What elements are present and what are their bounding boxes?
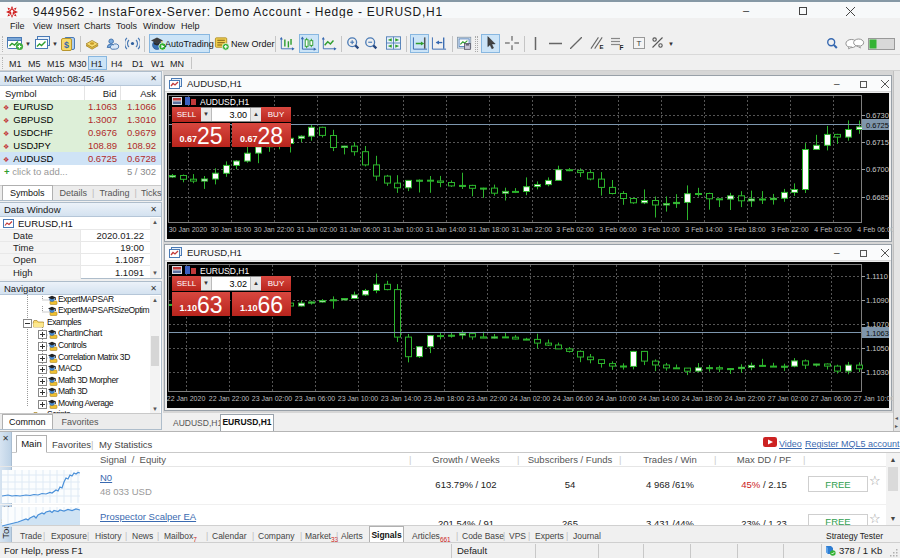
svg-text:3 Feb 14:00: 3 Feb 14:00	[685, 226, 722, 233]
svg-text:$: $	[64, 40, 69, 50]
svg-text:3 Feb 22:00: 3 Feb 22:00	[771, 226, 808, 233]
svg-text:E: E	[599, 43, 603, 50]
svg-text:24 Jan 10:00: 24 Jan 10:00	[596, 395, 637, 402]
svg-text:23 Jan 06:00: 23 Jan 06:00	[295, 395, 336, 402]
svg-text:23 Jan 18:00: 23 Jan 18:00	[424, 395, 465, 402]
svg-text:31 Jan 10:00: 31 Jan 10:00	[383, 226, 424, 233]
svg-text:0.6730: 0.6730	[866, 111, 889, 120]
svg-text:31 Jan 02:00: 31 Jan 02:00	[297, 226, 338, 233]
svg-text:1.1063: 1.1063	[866, 329, 889, 338]
svg-text:27 Jan 02:00: 27 Jan 02:00	[768, 395, 809, 402]
svg-text:31 Jan 14:00: 31 Jan 14:00	[426, 226, 467, 233]
svg-text:24 Jan 02:00: 24 Jan 02:00	[510, 395, 551, 402]
svg-text:F: F	[620, 44, 624, 51]
svg-text:0.6700: 0.6700	[866, 165, 889, 174]
svg-text:4 Feb 02:00: 4 Feb 02:00	[814, 226, 851, 233]
svg-text:22 Jan 2020: 22 Jan 2020	[167, 395, 206, 402]
svg-text:4 Feb 06:00: 4 Feb 06:00	[857, 226, 894, 233]
svg-text:24 Jan 18:00: 24 Jan 18:00	[682, 395, 723, 402]
svg-text:1.1090: 1.1090	[866, 296, 889, 305]
svg-text:30 Jan 18:00: 30 Jan 18:00	[211, 226, 252, 233]
svg-text:1.1110: 1.1110	[866, 272, 888, 281]
svg-text:24 Jan 14:00: 24 Jan 14:00	[639, 395, 680, 402]
svg-text:1.1050: 1.1050	[866, 344, 889, 353]
svg-text:31 Jan 22:00: 31 Jan 22:00	[512, 226, 553, 233]
svg-text:0.6715: 0.6715	[866, 138, 889, 147]
svg-text:0.6725: 0.6725	[866, 121, 889, 130]
svg-text:24 Jan 06:00: 24 Jan 06:00	[553, 395, 594, 402]
svg-text:23 Jan 14:00: 23 Jan 14:00	[381, 395, 422, 402]
svg-text:3 Feb 10:00: 3 Feb 10:00	[642, 226, 679, 233]
svg-text:30 Jan 22:00: 30 Jan 22:00	[254, 226, 295, 233]
svg-text:24 Jan 22:00: 24 Jan 22:00	[725, 395, 766, 402]
svg-text:23 Jan 10:00: 23 Jan 10:00	[338, 395, 379, 402]
svg-text:22 Jan 22:00: 22 Jan 22:00	[209, 395, 250, 402]
svg-text:27 Jan 10:00: 27 Jan 10:00	[854, 395, 895, 402]
svg-text:27 Jan 06:00: 27 Jan 06:00	[811, 395, 852, 402]
svg-text:3 Feb 06:00: 3 Feb 06:00	[599, 226, 636, 233]
svg-text:1.1030: 1.1030	[866, 368, 889, 377]
svg-text:31 Jan 18:00: 31 Jan 18:00	[469, 226, 510, 233]
svg-text:31 Jan 06:00: 31 Jan 06:00	[340, 226, 381, 233]
svg-text:3 Feb 18:00: 3 Feb 18:00	[728, 226, 765, 233]
svg-text:0.6685: 0.6685	[866, 193, 889, 202]
svg-text:T: T	[637, 39, 642, 48]
svg-text:23 Jan 02:00: 23 Jan 02:00	[252, 395, 293, 402]
svg-text:3 Feb 02:00: 3 Feb 02:00	[556, 226, 593, 233]
svg-text:30 Jan 2020: 30 Jan 2020	[169, 226, 208, 233]
svg-text:23 Jan 22:00: 23 Jan 22:00	[467, 395, 508, 402]
